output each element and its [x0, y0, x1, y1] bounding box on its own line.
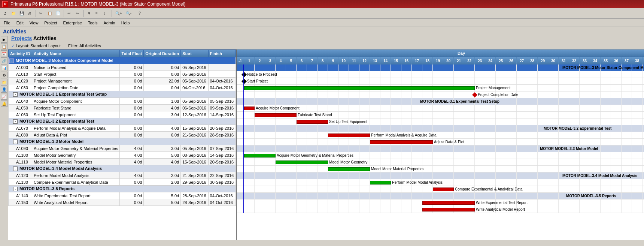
- gantt-grid-cell: [632, 159, 643, 165]
- gantt-grid-cell: [401, 112, 412, 118]
- gantt-grid-cell: [538, 186, 548, 192]
- toolbar-undo[interactable]: ↩: [66, 9, 73, 18]
- sidebar-icon-8[interactable]: 👤: [1, 86, 7, 93]
- gantt-grid-cell: [622, 112, 632, 118]
- gantt-grid-cell: [643, 105, 644, 111]
- toolbar-filter[interactable]: ▼: [86, 9, 93, 18]
- menu-help[interactable]: Help: [119, 20, 132, 26]
- toolbar-save[interactable]: 💾: [18, 9, 25, 18]
- cell-float: 0.0d: [120, 125, 144, 132]
- col-header-finish[interactable]: Finish: [208, 50, 236, 57]
- gantt-grid-cell: [401, 146, 412, 152]
- col-header-start[interactable]: Start: [181, 50, 208, 57]
- menu-project[interactable]: Project: [42, 20, 59, 26]
- breadcrumb: Projects Activities: [8, 35, 644, 43]
- col-header-dur[interactable]: Original Duration: [144, 50, 181, 57]
- gantt-grid-cell: [307, 206, 318, 213]
- gantt-grid-cell: [265, 166, 276, 172]
- cell-id: A1070: [9, 125, 32, 132]
- gantt-grid-cell: [569, 78, 580, 84]
- gantt-grid-cell: [276, 206, 286, 213]
- gantt-grid-cell: [548, 92, 559, 98]
- cell-id: A1030: [9, 84, 32, 91]
- toolbar-zoom-in[interactable]: 🔍+: [114, 9, 124, 18]
- gantt-grid-cell: [359, 186, 370, 192]
- gantt-grid-cell: [391, 166, 401, 172]
- gantt-grid-cell: [485, 139, 496, 145]
- menu-admin[interactable]: Admin: [101, 20, 117, 26]
- gantt-grid-cell: [391, 98, 401, 105]
- menu-edit[interactable]: Edit: [14, 20, 26, 26]
- gantt-grid-cell: [622, 152, 632, 159]
- toolbar-new[interactable]: 🗋: [1, 9, 9, 18]
- gantt-grid-cell: [422, 98, 433, 105]
- col-header-float[interactable]: Total Float: [120, 50, 144, 57]
- expand-icon[interactable]: -: [13, 119, 18, 124]
- toolbar-zoom-out[interactable]: 🔍-: [124, 9, 133, 18]
- gantt-day-cell: 19: [433, 57, 443, 64]
- toolbar-paste[interactable]: 📄: [54, 9, 62, 18]
- gantt-grid-cell: [517, 172, 527, 179]
- gantt-grid-cell: [559, 112, 569, 118]
- toolbar-print[interactable]: 🖨: [26, 9, 34, 18]
- gantt-grid-cell: [359, 85, 370, 91]
- gantt-grid-cell: [464, 206, 475, 213]
- toolbar-cut[interactable]: ✂: [38, 9, 45, 18]
- table-row: A1120 Perform Model Modal Analysis 4.0d …: [9, 172, 236, 179]
- cell-name: Model Motor Material Properties: [32, 159, 120, 165]
- cell-name: Set Up Test Equipment: [32, 111, 120, 118]
- gantt-grid-cell: [475, 146, 485, 152]
- toolbar-group[interactable]: ≡: [94, 9, 101, 18]
- expand-icon[interactable]: -: [13, 187, 18, 191]
- gantt-grid-cell: [622, 64, 632, 71]
- menu-enterprise[interactable]: Enterprise: [61, 20, 84, 26]
- gantt-grid-cell: [297, 85, 307, 91]
- gantt-grid-cell: [443, 139, 454, 145]
- sidebar-icon-2[interactable]: 📋: [1, 43, 7, 50]
- cell-name: Model Motor Geometry: [32, 152, 120, 159]
- gantt-grid-cell: [632, 152, 643, 159]
- toolbar-copy[interactable]: 📋: [46, 9, 54, 18]
- sidebar-icon-4[interactable]: 🔗: [1, 57, 7, 64]
- gantt-grid-cell: [244, 92, 255, 98]
- gantt-grid-cell: [622, 78, 632, 84]
- toolbar-open[interactable]: 📁: [10, 9, 17, 18]
- gantt-grid-cell: [632, 139, 643, 145]
- sidebar-icon-3[interactable]: 📅: [1, 50, 7, 57]
- layout-check[interactable]: ✓: [11, 44, 16, 48]
- cell-name: Start Project: [32, 71, 120, 78]
- toolbar-redo[interactable]: ↪: [74, 9, 82, 18]
- breadcrumb-projects[interactable]: Projects: [11, 35, 32, 41]
- gantt-grid-cell: [506, 172, 517, 179]
- expand-icon[interactable]: -: [13, 92, 18, 97]
- gantt-day-cell: 22: [464, 57, 475, 64]
- cell-start: 05-Sep-2016: [181, 64, 208, 71]
- menu-tools[interactable]: Tools: [86, 20, 100, 26]
- gantt-grid-cell: [401, 132, 412, 138]
- gantt-day-cell: 31: [559, 57, 569, 64]
- menu-file[interactable]: File: [1, 20, 13, 26]
- gantt-grid-cell: [506, 152, 517, 159]
- expand-icon[interactable]: -: [13, 166, 18, 171]
- expand-icon[interactable]: -: [13, 140, 18, 144]
- gantt-grid-cell: [622, 193, 632, 199]
- cell-start: 21-Sep-2016: [181, 132, 208, 138]
- toolbar-help[interactable]: ?: [137, 9, 145, 18]
- toolbar-sort[interactable]: ↕: [102, 9, 110, 18]
- sidebar-icon-5[interactable]: 📊: [1, 64, 7, 71]
- menu-view[interactable]: View: [27, 20, 41, 26]
- col-header-name[interactable]: Activity Name: [32, 50, 120, 57]
- gantt-grid-cell: [632, 92, 643, 98]
- gantt-grid-cell: [255, 200, 265, 206]
- expand-icon[interactable]: -: [9, 58, 14, 63]
- sidebar-icon-7[interactable]: 📁: [1, 79, 7, 86]
- gantt-grid-cell: [454, 125, 464, 132]
- gantt-grid-cell: [265, 98, 276, 105]
- sidebar-icon-10[interactable]: 🔔: [1, 100, 7, 107]
- col-header-id[interactable]: Activity ID: [9, 50, 32, 57]
- sidebar-icon-9[interactable]: 📈: [1, 93, 7, 100]
- sidebar-icon-6[interactable]: ⚙: [1, 72, 7, 78]
- sidebar-icon-1[interactable]: ▶: [1, 36, 7, 43]
- gantt-grid-cell: [276, 118, 286, 125]
- gantt-grid-cell: [297, 172, 307, 179]
